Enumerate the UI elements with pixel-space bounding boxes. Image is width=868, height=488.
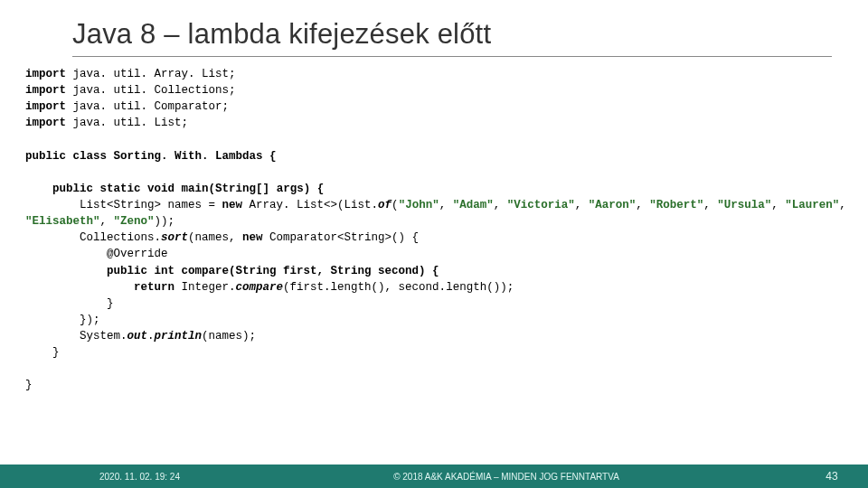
footer-date: 2020. 11. 02. 19: 24 — [0, 472, 217, 482]
title-divider — [72, 56, 832, 57]
footer-bar: 2020. 11. 02. 19: 24 © 2018 A&K AKADÉMIA… — [0, 465, 868, 488]
code-block: import java. util. Array. List; import j… — [0, 66, 868, 394]
footer-copyright: © 2018 A&K AKADÉMIA – MINDEN JOG FENNTAR… — [217, 472, 796, 482]
footer-page-number: 43 — [796, 470, 868, 483]
slide-title: Java 8 – lambda kifejezések előtt — [0, 18, 868, 56]
